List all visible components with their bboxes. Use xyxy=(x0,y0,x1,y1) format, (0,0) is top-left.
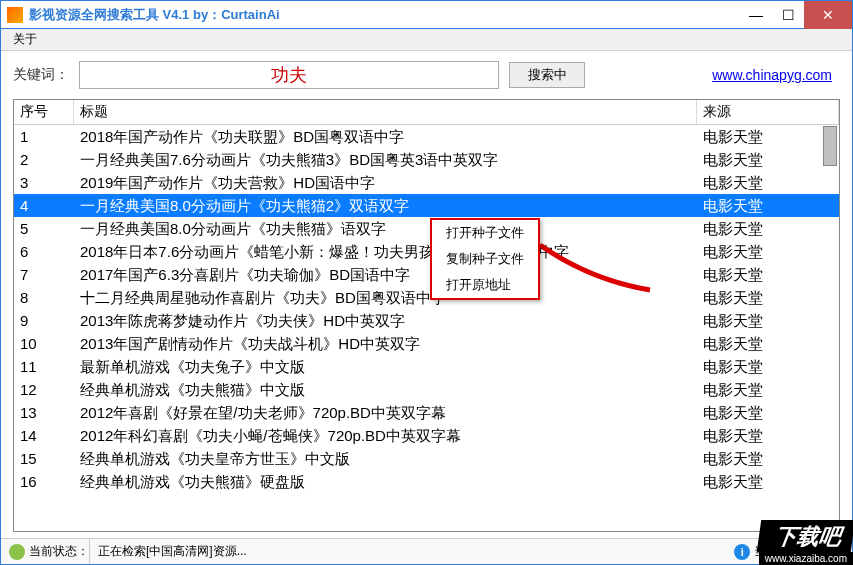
table-row[interactable]: 5一月经典美国8.0分动画片《功夫熊猫》语双字电影天堂 xyxy=(14,217,839,240)
cell-source: 电影天堂 xyxy=(697,263,839,286)
cell-source: 电影天堂 xyxy=(697,240,839,263)
table-row[interactable]: 142012年科幻喜剧《功夫小蝇/苍蝇侠》720p.BD中英双字幕电影天堂 xyxy=(14,424,839,447)
cell-title: 经典单机游戏《功夫皇帝方世玉》中文版 xyxy=(74,447,697,470)
cell-num: 9 xyxy=(14,309,74,332)
cell-num: 12 xyxy=(14,378,74,401)
context-menu: 打开种子文件 复制种子文件 打开原地址 xyxy=(430,218,540,300)
cell-num: 4 xyxy=(14,194,74,217)
table-row[interactable]: 12经典单机游戏《功夫熊猫》中文版电影天堂 xyxy=(14,378,839,401)
cell-title: 最新单机游戏《功夫兔子》中文版 xyxy=(74,355,697,378)
cell-num: 2 xyxy=(14,148,74,171)
search-bar: 关键词： 搜索中 www.chinapyg.com xyxy=(1,51,852,99)
cell-source: 电影天堂 xyxy=(697,332,839,355)
table-row[interactable]: 12018年国产动作片《功夫联盟》BD国粤双语中字电影天堂 xyxy=(14,125,839,148)
table-row[interactable]: 132012年喜剧《好景在望/功夫老师》720p.BD中英双字幕电影天堂 xyxy=(14,401,839,424)
cell-num: 8 xyxy=(14,286,74,309)
table-row[interactable]: 92013年陈虎蒋梦婕动作片《功夫侠》HD中英双字电影天堂 xyxy=(14,309,839,332)
cell-source: 电影天堂 xyxy=(697,309,839,332)
table-row[interactable]: 62018年日本7.6分动画片《蜡笔小新：爆盛！功夫男孩~拉面大乱》BD中字电影… xyxy=(14,240,839,263)
search-label: 关键词： xyxy=(13,66,69,84)
status-label: 当前状态： xyxy=(29,543,89,560)
cell-source: 电影天堂 xyxy=(697,194,839,217)
info-icon: i xyxy=(734,544,750,560)
annotation-arrow-icon xyxy=(530,240,660,300)
website-link[interactable]: www.chinapyg.com xyxy=(712,67,832,83)
table-row[interactable]: 7 2017年国产6.3分喜剧片《功夫瑜伽》BD国语中字电影天堂 xyxy=(14,263,839,286)
table-row[interactable]: 11最新单机游戏《功夫兔子》中文版电影天堂 xyxy=(14,355,839,378)
titlebar: 影视资源全网搜索工具 V4.1 by：CurtainAi — ☐ ✕ xyxy=(1,1,852,29)
ctx-open-url[interactable]: 打开原地址 xyxy=(432,272,538,298)
table-row[interactable]: 16经典单机游戏《功夫熊猫》硬盘版电影天堂 xyxy=(14,470,839,493)
status-text: 正在检索[中国高清网]资源... xyxy=(98,543,247,560)
col-header-title[interactable]: 标题 xyxy=(74,100,697,124)
scrollbar-thumb[interactable] xyxy=(823,126,837,166)
table-row[interactable]: 2一月经典美国7.6分动画片《功夫熊猫3》BD国粤英3语中英双字电影天堂 xyxy=(14,148,839,171)
watermark: 下载吧 www.xiazaiba.com xyxy=(759,520,853,565)
cell-num: 16 xyxy=(14,470,74,493)
close-button[interactable]: ✕ xyxy=(804,1,852,29)
ctx-copy-seed[interactable]: 复制种子文件 xyxy=(432,246,538,272)
table-row[interactable]: 32019年国产动作片《功夫营救》HD国语中字电影天堂 xyxy=(14,171,839,194)
table-row[interactable]: 8十二月经典周星驰动作喜剧片《功夫》BD国粤双语中字电影天堂 xyxy=(14,286,839,309)
cell-num: 13 xyxy=(14,401,74,424)
table-row[interactable]: 4一月经典美国8.0分动画片《功夫熊猫2》双语双字电影天堂 xyxy=(14,194,839,217)
cell-source: 电影天堂 xyxy=(697,470,839,493)
cell-source: 电影天堂 xyxy=(697,401,839,424)
watermark-url: www.xiazaiba.com xyxy=(759,552,853,565)
search-input[interactable] xyxy=(79,61,499,89)
col-header-source[interactable]: 来源 xyxy=(697,100,839,124)
cell-title: 经典单机游戏《功夫熊猫》硬盘版 xyxy=(74,470,697,493)
cell-num: 10 xyxy=(14,332,74,355)
cell-source: 电影天堂 xyxy=(697,148,839,171)
status-icon xyxy=(9,544,25,560)
cell-source: 电影天堂 xyxy=(697,378,839,401)
ctx-open-seed[interactable]: 打开种子文件 xyxy=(432,220,538,246)
cell-source: 电影天堂 xyxy=(697,355,839,378)
cell-source: 电影天堂 xyxy=(697,286,839,309)
cell-num: 15 xyxy=(14,447,74,470)
minimize-button[interactable]: — xyxy=(740,1,772,29)
cell-title: 经典单机游戏《功夫熊猫》中文版 xyxy=(74,378,697,401)
maximize-button[interactable]: ☐ xyxy=(772,1,804,29)
watermark-text: 下载吧 xyxy=(756,520,853,552)
cell-title: 一月经典美国7.6分动画片《功夫熊猫3》BD国粤英3语中英双字 xyxy=(74,148,697,171)
table-row[interactable]: 102013年国产剧情动作片《功夫战斗机》HD中英双字电影天堂 xyxy=(14,332,839,355)
cell-source: 电影天堂 xyxy=(697,125,839,148)
menubar: 关于 xyxy=(1,29,852,51)
cell-num: 1 xyxy=(14,125,74,148)
cell-title: 2018年国产动作片《功夫联盟》BD国粤双语中字 xyxy=(74,125,697,148)
table-row[interactable]: 15经典单机游戏《功夫皇帝方世玉》中文版电影天堂 xyxy=(14,447,839,470)
statusbar: 当前状态： 正在检索[中国高清网]资源... i 当前版本： 4.1 xyxy=(1,538,852,564)
cell-num: 14 xyxy=(14,424,74,447)
cell-source: 电影天堂 xyxy=(697,171,839,194)
cell-source: 电影天堂 xyxy=(697,424,839,447)
cell-title: 2012年喜剧《好景在望/功夫老师》720p.BD中英双字幕 xyxy=(74,401,697,424)
cell-num: 3 xyxy=(14,171,74,194)
cell-source: 电影天堂 xyxy=(697,217,839,240)
cell-title: 一月经典美国8.0分动画片《功夫熊猫》语双字 xyxy=(74,217,697,240)
cell-num: 5 xyxy=(14,217,74,240)
cell-num: 7 xyxy=(14,263,74,286)
results-table: 序号 标题 来源 12018年国产动作片《功夫联盟》BD国粤双语中字电影天堂2一… xyxy=(13,99,840,532)
cell-num: 6 xyxy=(14,240,74,263)
cell-title: 2013年国产剧情动作片《功夫战斗机》HD中英双字 xyxy=(74,332,697,355)
cell-num: 11 xyxy=(14,355,74,378)
cell-title: 2013年陈虎蒋梦婕动作片《功夫侠》HD中英双字 xyxy=(74,309,697,332)
window-title: 影视资源全网搜索工具 V4.1 by：CurtainAi xyxy=(29,6,740,24)
app-icon xyxy=(7,7,23,23)
search-button[interactable]: 搜索中 xyxy=(509,62,585,88)
cell-title: 2019年国产动作片《功夫营救》HD国语中字 xyxy=(74,171,697,194)
menu-about[interactable]: 关于 xyxy=(5,29,45,50)
col-header-num[interactable]: 序号 xyxy=(14,100,74,124)
cell-title: 2012年科幻喜剧《功夫小蝇/苍蝇侠》720p.BD中英双字幕 xyxy=(74,424,697,447)
cell-title: 一月经典美国8.0分动画片《功夫熊猫2》双语双字 xyxy=(74,194,697,217)
cell-source: 电影天堂 xyxy=(697,447,839,470)
